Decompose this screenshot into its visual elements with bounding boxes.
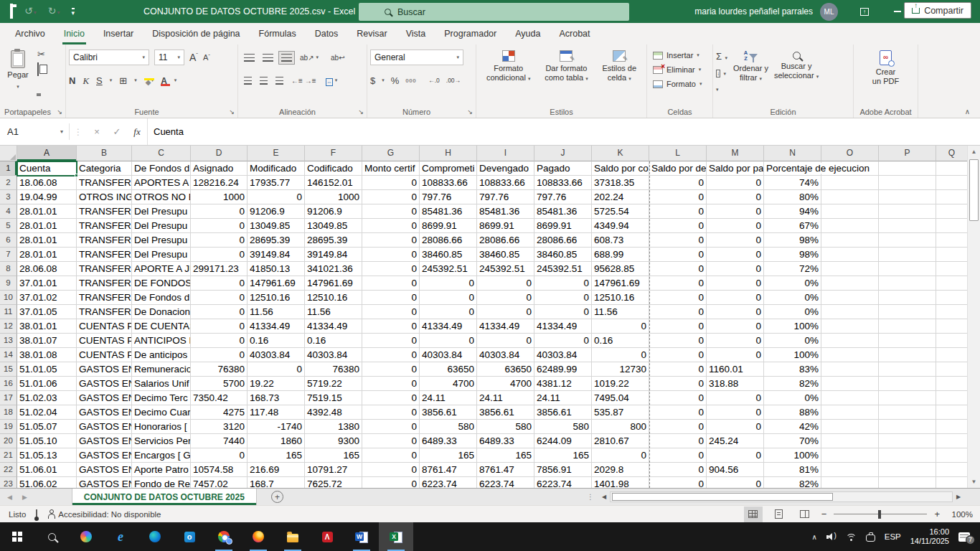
cell-D21[interactable]: 0: [191, 448, 248, 463]
cell-P21[interactable]: [879, 448, 936, 463]
internet-explorer-button[interactable]: e: [103, 522, 138, 551]
cell-K18[interactable]: 535.87: [592, 405, 649, 420]
cell-A4[interactable]: 28.01.01: [17, 204, 77, 219]
col-header-J[interactable]: J: [534, 146, 592, 161]
cell-O5[interactable]: [821, 219, 879, 233]
cell-J20[interactable]: 6244.09: [534, 434, 592, 448]
cell-J2[interactable]: 108833.66: [534, 176, 592, 190]
cell-M4[interactable]: 0: [707, 204, 764, 219]
cell-K8[interactable]: 95628.85: [592, 262, 649, 276]
decrease-decimal-button[interactable]: .00→: [446, 77, 461, 84]
cell-A2[interactable]: 18.06.08: [17, 176, 77, 190]
cell-N4[interactable]: 94%: [764, 204, 821, 219]
dialog-launcher-icon[interactable]: ↘: [229, 108, 235, 116]
col-header-P[interactable]: P: [879, 146, 936, 161]
language-indicator[interactable]: ESP: [885, 532, 901, 541]
cell-A13[interactable]: 38.01.07: [17, 334, 77, 348]
col-header-A[interactable]: A: [17, 146, 77, 161]
cell-B1[interactable]: Categoria: [77, 161, 132, 176]
cell-O4[interactable]: [821, 204, 879, 219]
cell-P15[interactable]: [879, 362, 936, 377]
zoom-out-button[interactable]: −: [821, 509, 827, 519]
cell-M1[interactable]: Saldo por pa: [707, 161, 764, 176]
cell-Q12[interactable]: [936, 319, 967, 334]
cell-E18[interactable]: 117.48: [248, 405, 305, 420]
find-select-button[interactable]: Buscar yseleccionar ▾: [774, 48, 819, 94]
cell-F18[interactable]: 4392.48: [305, 405, 362, 420]
chrome-button[interactable]: [207, 522, 241, 551]
cell-Q6[interactable]: [936, 233, 967, 248]
cell-I2[interactable]: 108833.66: [477, 176, 534, 190]
cell-C2[interactable]: APORTES A: [132, 176, 191, 190]
cell-H7[interactable]: 38460.85: [420, 248, 477, 262]
cell-E23[interactable]: 168.7: [248, 477, 305, 488]
cell-J10[interactable]: 0: [534, 291, 592, 305]
cell-B4[interactable]: TRANSFEREN: [77, 204, 132, 219]
cell-P14[interactable]: [879, 348, 936, 362]
cell-Q13[interactable]: [936, 334, 967, 348]
cell-N16[interactable]: 82%: [764, 377, 821, 391]
cell-M22[interactable]: 904.56: [707, 463, 764, 477]
cell-E4[interactable]: 91206.9: [248, 204, 305, 219]
cell-L10[interactable]: 0: [649, 291, 707, 305]
cell-Q23[interactable]: [936, 477, 967, 488]
cell-A6[interactable]: 28.01.01: [17, 233, 77, 248]
cell-L8[interactable]: 0: [649, 262, 707, 276]
cell-E11[interactable]: 11.56: [248, 305, 305, 319]
cell-A7[interactable]: 28.01.01: [17, 248, 77, 262]
cell-F17[interactable]: 7519.15: [305, 391, 362, 405]
cell-B7[interactable]: TRANSFEREN: [77, 248, 132, 262]
cell-D13[interactable]: 0: [191, 334, 248, 348]
cell-M6[interactable]: 0: [707, 233, 764, 248]
cell-G20[interactable]: 0: [362, 434, 420, 448]
cell-E1[interactable]: Modificado: [248, 161, 305, 176]
cell-E19[interactable]: -1740: [248, 420, 305, 434]
cell-H15[interactable]: 63650: [420, 362, 477, 377]
cell-Q4[interactable]: [936, 204, 967, 219]
cell-G23[interactable]: 0: [362, 477, 420, 488]
cell-Q20[interactable]: [936, 434, 967, 448]
cell-H1[interactable]: Comprometi: [420, 161, 477, 176]
cell-M17[interactable]: 0: [707, 391, 764, 405]
cell-I8[interactable]: 245392.51: [477, 262, 534, 276]
menu-tab-archivo[interactable]: Archivo: [6, 23, 55, 44]
row-header-10[interactable]: 10: [0, 291, 17, 305]
cell-D5[interactable]: 0: [191, 219, 248, 233]
create-pdf-button[interactable]: ∞ Crearun PDF: [857, 48, 915, 86]
notifications-button[interactable]: 7: [958, 532, 970, 542]
cell-P20[interactable]: [879, 434, 936, 448]
cell-O16[interactable]: [821, 377, 879, 391]
col-header-C[interactable]: C: [132, 146, 191, 161]
number-format-select[interactable]: General▾: [370, 50, 463, 65]
cell-E12[interactable]: 41334.49: [248, 319, 305, 334]
row-header-2[interactable]: 2: [0, 176, 17, 190]
col-header-O[interactable]: O: [821, 146, 879, 161]
cell-N3[interactable]: 80%: [764, 190, 821, 204]
normal-view-button[interactable]: [744, 507, 763, 522]
cell-G8[interactable]: 0: [362, 262, 420, 276]
row-header-1[interactable]: 1: [0, 161, 17, 176]
cell-Q14[interactable]: [936, 348, 967, 362]
cell-L20[interactable]: 0: [649, 434, 707, 448]
cell-C3[interactable]: OTROS NO ES: [132, 190, 191, 204]
cell-A3[interactable]: 19.04.99: [17, 190, 77, 204]
cell-J9[interactable]: 0: [534, 276, 592, 291]
cell-K2[interactable]: 37318.35: [592, 176, 649, 190]
cell-D12[interactable]: 0: [191, 319, 248, 334]
cell-P22[interactable]: [879, 463, 936, 477]
cell-G3[interactable]: 0: [362, 190, 420, 204]
cell-N15[interactable]: 83%: [764, 362, 821, 377]
cell-E22[interactable]: 216.69: [248, 463, 305, 477]
fill-handle[interactable]: [75, 174, 78, 177]
cell-D4[interactable]: 0: [191, 204, 248, 219]
cell-J18[interactable]: 3856.61: [534, 405, 592, 420]
cell-C1[interactable]: De Fondos d: [132, 161, 191, 176]
cell-N11[interactable]: 0%: [764, 305, 821, 319]
cell-Q5[interactable]: [936, 219, 967, 233]
align-top-button[interactable]: [241, 51, 258, 65]
cell-J22[interactable]: 7856.91: [534, 463, 592, 477]
cell-N6[interactable]: 98%: [764, 233, 821, 248]
cell-J6[interactable]: 28086.66: [534, 233, 592, 248]
shrink-font-button[interactable]: Aˇ: [203, 54, 210, 62]
cell-H8[interactable]: 245392.51: [420, 262, 477, 276]
